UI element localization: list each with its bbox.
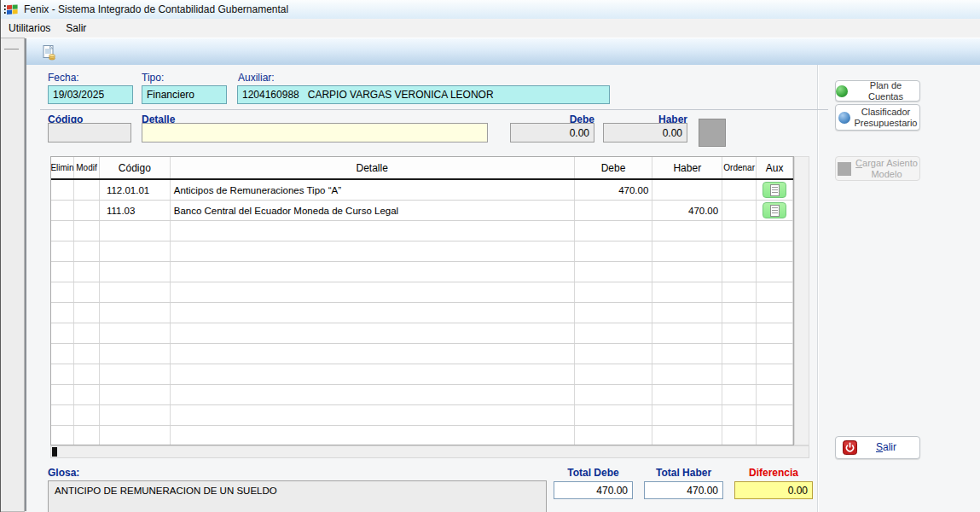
cell-ordenar [722, 364, 757, 384]
tipo-label: Tipo: [142, 72, 164, 84]
cargar-asiento-modelo-button[interactable]: Cargar AsientoModelo [835, 156, 920, 181]
cell-modif [74, 262, 100, 282]
scrollbar-thumb[interactable] [52, 447, 57, 457]
clasificador-presupuestario-button[interactable]: ClasificadorPresupuestario [835, 104, 920, 131]
cell-elimin [51, 262, 74, 282]
cell-elimin [51, 385, 74, 404]
table-row[interactable] [51, 405, 793, 426]
codigo-input[interactable] [48, 123, 131, 143]
gray-square-icon [838, 162, 851, 176]
cell-haber [652, 426, 722, 445]
title-bar: Fenix - Sistema Integrado de Contabilida… [1, 0, 980, 19]
cell-debe [575, 405, 653, 425]
aux-button[interactable] [763, 182, 786, 198]
haber-input[interactable]: 0.00 [603, 123, 687, 143]
column-header-5: Haber [652, 157, 722, 178]
cell-aux [757, 385, 793, 404]
cell-aux [757, 262, 793, 282]
cell-detalle [171, 282, 575, 302]
cell-haber: 470.00 [652, 201, 722, 220]
cell-detalle [171, 405, 575, 425]
table-row[interactable] [51, 385, 793, 405]
table-row[interactable] [51, 344, 793, 364]
cell-haber [652, 364, 722, 384]
cell-haber [652, 180, 722, 200]
auxiliar-field[interactable]: 1204160988 CARPIO VARGAS VERONICA LEONOR [237, 85, 610, 104]
cell-detalle [171, 385, 575, 404]
fecha-label: Fecha: [48, 72, 79, 84]
table-row[interactable] [51, 323, 793, 344]
cell-codigo [100, 262, 171, 282]
table-row[interactable] [51, 221, 793, 241]
cell-codigo [100, 323, 171, 343]
cell-elimin [51, 241, 74, 261]
cell-modif [74, 282, 100, 302]
content-area: Fecha: Tipo: Auxiliar: 19/03/2025 Financ… [26, 65, 980, 512]
table-row[interactable]: 112.01.01Anticipos de Remuneraciones Tip… [51, 180, 793, 201]
cell-codigo [100, 241, 171, 261]
cell-ordenar [722, 180, 757, 200]
menu-utilitarios[interactable]: Utilitarios [1, 20, 58, 37]
cell-aux [757, 221, 793, 241]
detalle-input[interactable] [142, 123, 488, 143]
cell-elimin [51, 201, 74, 220]
cell-codigo [100, 364, 171, 384]
aux-button[interactable] [763, 202, 786, 218]
menu-salir[interactable]: Salir [58, 20, 94, 37]
document-icon [770, 205, 780, 217]
cell-detalle [171, 262, 575, 282]
glosa-textarea[interactable]: ANTICIPO DE REMUNERACION DE UN SUELDO [48, 480, 547, 512]
separator-line [40, 109, 828, 110]
cell-detalle [171, 344, 575, 364]
table-row[interactable] [51, 303, 793, 323]
cell-ordenar [722, 323, 757, 343]
cell-elimin [51, 303, 74, 323]
debe-input[interactable]: 0.00 [510, 123, 594, 143]
cell-codigo [100, 221, 171, 241]
cell-codigo: 111.03 [100, 201, 171, 220]
table-horizontal-scrollbar[interactable] [50, 445, 809, 458]
cell-haber [652, 282, 722, 302]
cell-elimin [51, 344, 74, 364]
cell-ordenar [722, 385, 757, 404]
cell-aux [757, 426, 793, 445]
toolbar [26, 38, 980, 65]
green-sphere-icon [836, 85, 848, 97]
cell-aux [757, 344, 793, 364]
cell-detalle [171, 426, 575, 445]
table-row[interactable] [51, 282, 793, 303]
power-icon [843, 440, 857, 455]
cell-codigo [100, 303, 171, 323]
table-row[interactable] [51, 364, 793, 385]
cell-modif [74, 405, 100, 425]
column-header-4: Debe [575, 157, 653, 178]
add-entry-button[interactable] [699, 119, 726, 147]
cell-ordenar [722, 262, 757, 282]
cell-aux [757, 303, 793, 323]
left-collapsed-panel[interactable] [1, 38, 25, 512]
table-row[interactable]: 111.03Banco Central del Ecuador Moneda d… [51, 201, 793, 221]
fecha-field[interactable]: 19/03/2025 [48, 85, 133, 104]
new-entry-button[interactable] [38, 42, 61, 63]
table-row[interactable] [51, 262, 793, 282]
total-haber-label: Total Haber [644, 467, 723, 479]
cell-aux [757, 180, 793, 200]
diferencia-label: Diferencia [734, 467, 813, 479]
table-row[interactable] [51, 241, 793, 262]
table-row[interactable] [51, 426, 793, 445]
salir-button[interactable]: Salir [835, 436, 920, 459]
cell-ordenar [722, 241, 757, 261]
cell-codigo [100, 385, 171, 404]
plan-de-cuentas-button[interactable]: Plan de Cuentas [835, 80, 920, 102]
cell-ordenar [722, 426, 757, 445]
table-vertical-scrollbar[interactable] [794, 156, 809, 445]
window-title: Fenix - Sistema Integrado de Contabilida… [24, 3, 288, 15]
splitter-handle[interactable] [4, 49, 19, 49]
blue-sphere-icon [838, 112, 850, 124]
cell-debe [575, 201, 653, 220]
tipo-field[interactable]: Financiero [142, 85, 227, 104]
cell-ordenar [722, 344, 757, 364]
cell-codigo [100, 344, 171, 364]
cell-aux [757, 405, 793, 425]
diferencia-field: 0.00 [734, 481, 813, 499]
